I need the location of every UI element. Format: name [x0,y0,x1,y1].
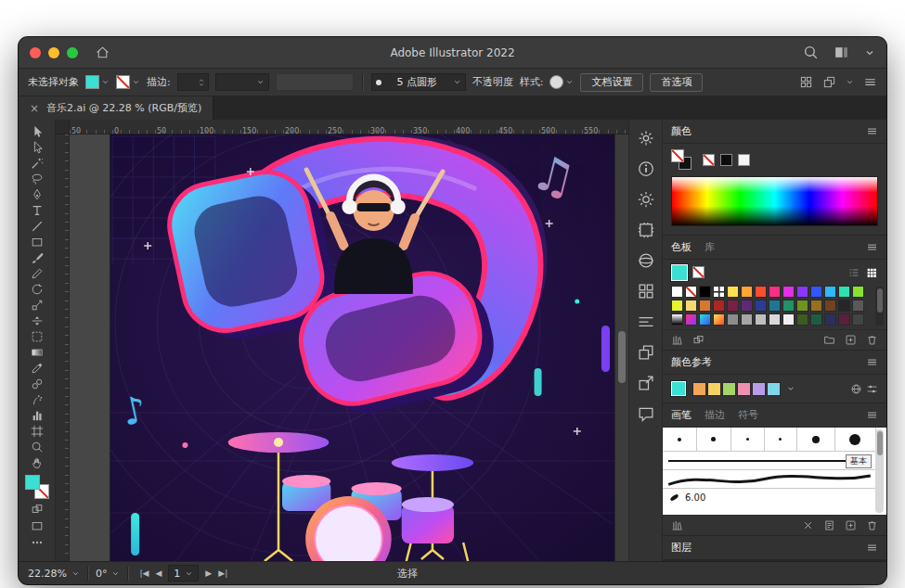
scrollbar-thumb[interactable] [618,331,626,383]
art-brush-item[interactable] [663,470,876,489]
harmony-color-chip[interactable] [767,382,781,396]
tool-button[interactable] [25,139,49,155]
panel-icon-button[interactable] [637,129,655,147]
color-spectrum[interactable] [671,176,878,226]
close-window-button[interactable] [30,47,41,58]
stroke-color-swatch[interactable] [116,75,130,89]
panel-icon-button[interactable] [637,404,655,423]
panel-icon-button[interactable] [637,251,655,270]
grid-view-icon[interactable] [865,266,878,279]
tab-symbols[interactable]: 符号 [738,408,758,422]
swatch[interactable] [796,286,808,298]
tool-button[interactable] [25,155,49,171]
stepper-icon[interactable] [197,76,206,89]
chevron-down-icon[interactable] [101,78,110,86]
swatch[interactable] [713,286,725,298]
swatch[interactable] [810,300,822,312]
swatch[interactable] [699,313,711,326]
tool-button[interactable] [25,186,49,202]
swatch[interactable] [782,300,795,312]
maximize-window-button[interactable] [67,47,78,58]
panel-menu-icon[interactable] [866,542,878,554]
panel-menu-icon[interactable] [866,409,878,421]
artboard-number-select[interactable]: 1 [168,565,199,582]
chevron-down-icon[interactable] [846,78,854,86]
panel-icon-button[interactable] [637,374,655,392]
tool-button[interactable] [25,391,49,407]
swatch[interactable] [741,300,753,312]
tab-color-guide[interactable]: 颜色参考 [671,355,712,369]
calligraphic-6pt-brush-item[interactable]: 6.00 [663,489,876,505]
width-profile-select[interactable]: 5 点圆形 [371,73,466,91]
swatch[interactable] [685,313,697,326]
brush-options-icon[interactable] [823,519,835,531]
tool-button[interactable] [25,234,49,249]
panel-icon-button[interactable] [637,282,655,300]
fill-indicator[interactable] [671,149,684,162]
swatch[interactable] [838,313,850,326]
harmony-color-chip[interactable] [692,382,706,396]
base-color-swatch[interactable] [671,381,686,396]
swatch[interactable] [769,313,781,326]
tab-brushes[interactable]: 画笔 [671,408,692,422]
screen-mode-button[interactable] [25,518,49,532]
tool-button[interactable] [25,328,49,344]
search-icon[interactable] [803,45,819,60]
swatch[interactable] [713,300,725,312]
stroke-none-mini-swatch[interactable] [692,266,705,278]
tool-button[interactable] [25,313,49,328]
swatch[interactable] [852,286,864,298]
delete-brush-icon[interactable] [866,519,878,531]
harmony-color-chip[interactable] [707,382,721,396]
tab-swatches[interactable]: 色板 [671,240,692,254]
scrollbar-thumb[interactable] [877,288,883,313]
preferences-button[interactable]: 首选项 [650,73,703,92]
brushes-scrollbar[interactable] [875,429,884,513]
fill-proxy-swatch[interactable] [25,475,40,490]
basic-brush-item[interactable]: 基本 [663,452,876,470]
tool-button[interactable] [25,454,49,470]
swatch[interactable] [796,313,808,326]
fill-stroke-indicators[interactable] [671,149,692,170]
tab-color[interactable]: 颜色 [671,124,692,138]
selected-swatch[interactable] [671,264,688,281]
swatch[interactable] [782,313,795,326]
zoom-level-select[interactable]: 22.28% [28,568,80,580]
tool-button[interactable] [25,297,49,313]
swatch[interactable] [838,300,850,312]
swatch[interactable] [824,300,836,312]
tool-button[interactable] [25,360,49,376]
new-swatch-icon[interactable] [845,334,857,346]
swatch[interactable] [671,313,683,326]
swatches-scrollbar[interactable] [875,287,884,326]
swatch[interactable] [824,286,836,298]
new-color-group-icon[interactable] [823,334,835,346]
scrollbar-thumb[interactable] [877,431,883,455]
next-artboard-button[interactable]: ▶ [205,569,212,578]
calligraphic-brush-item[interactable] [835,428,877,451]
swatch[interactable] [741,286,753,298]
panel-menu-icon[interactable] [866,241,878,253]
rotation-select[interactable]: 0° [96,568,121,580]
workspace-switcher-icon[interactable] [834,45,849,60]
swatch[interactable] [782,286,795,298]
fill-color-swatch[interactable] [85,75,99,89]
document-setup-button[interactable]: 文档设置 [580,73,643,92]
tab-libraries[interactable]: 库 [705,240,715,254]
calligraphic-brush-item[interactable] [731,428,765,451]
stroke-color-control[interactable] [116,75,140,89]
artwork-headphones-illustration[interactable]: ♫ ♪ [110,134,614,561]
stroke-weight-select[interactable] [215,73,269,91]
swatch[interactable] [699,286,711,298]
chevron-down-icon[interactable] [864,47,875,58]
swatch[interactable] [699,300,711,312]
snap-options-icon[interactable] [822,75,836,89]
swatch[interactable] [727,286,739,298]
chevron-down-icon[interactable] [132,78,140,86]
swatch[interactable] [755,286,767,298]
edit-toolbar-button[interactable] [25,535,49,549]
artboard[interactable]: ♫ ♪ [110,134,614,561]
swatch[interactable] [685,300,697,312]
swatch[interactable] [755,300,767,312]
none-color-swatch[interactable] [703,154,715,166]
